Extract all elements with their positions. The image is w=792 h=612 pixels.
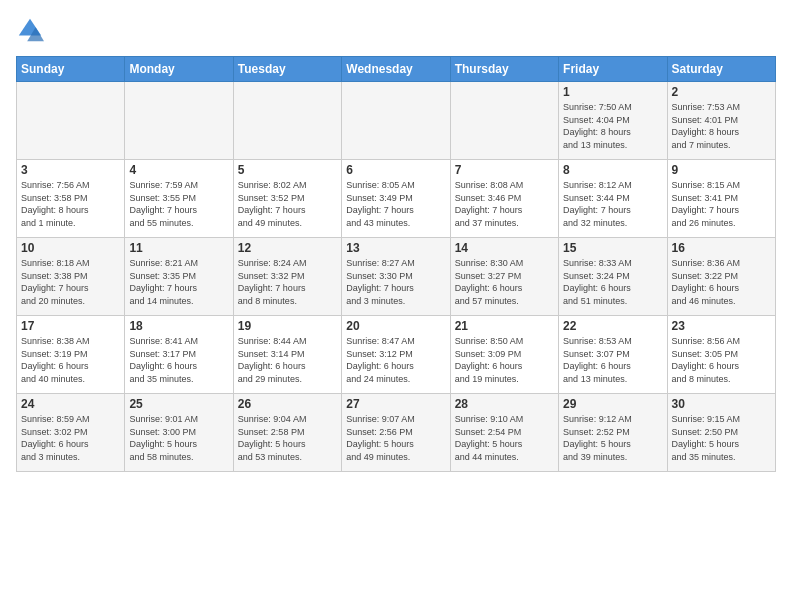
- day-cell: 7Sunrise: 8:08 AM Sunset: 3:46 PM Daylig…: [450, 160, 558, 238]
- day-number: 26: [238, 397, 337, 411]
- day-info: Sunrise: 9:15 AM Sunset: 2:50 PM Dayligh…: [672, 413, 771, 463]
- week-row-4: 17Sunrise: 8:38 AM Sunset: 3:19 PM Dayli…: [17, 316, 776, 394]
- day-cell: 22Sunrise: 8:53 AM Sunset: 3:07 PM Dayli…: [559, 316, 667, 394]
- day-cell: [450, 82, 558, 160]
- day-info: Sunrise: 7:50 AM Sunset: 4:04 PM Dayligh…: [563, 101, 662, 151]
- header: [16, 16, 776, 44]
- header-cell-saturday: Saturday: [667, 57, 775, 82]
- header-cell-friday: Friday: [559, 57, 667, 82]
- day-info: Sunrise: 7:53 AM Sunset: 4:01 PM Dayligh…: [672, 101, 771, 151]
- day-number: 16: [672, 241, 771, 255]
- day-number: 11: [129, 241, 228, 255]
- day-cell: 28Sunrise: 9:10 AM Sunset: 2:54 PM Dayli…: [450, 394, 558, 472]
- day-info: Sunrise: 9:10 AM Sunset: 2:54 PM Dayligh…: [455, 413, 554, 463]
- day-info: Sunrise: 8:44 AM Sunset: 3:14 PM Dayligh…: [238, 335, 337, 385]
- header-cell-monday: Monday: [125, 57, 233, 82]
- day-info: Sunrise: 8:38 AM Sunset: 3:19 PM Dayligh…: [21, 335, 120, 385]
- day-number: 22: [563, 319, 662, 333]
- day-cell: 20Sunrise: 8:47 AM Sunset: 3:12 PM Dayli…: [342, 316, 450, 394]
- header-cell-tuesday: Tuesday: [233, 57, 341, 82]
- day-number: 21: [455, 319, 554, 333]
- day-number: 19: [238, 319, 337, 333]
- header-cell-sunday: Sunday: [17, 57, 125, 82]
- day-info: Sunrise: 8:27 AM Sunset: 3:30 PM Dayligh…: [346, 257, 445, 307]
- day-info: Sunrise: 8:15 AM Sunset: 3:41 PM Dayligh…: [672, 179, 771, 229]
- day-info: Sunrise: 8:30 AM Sunset: 3:27 PM Dayligh…: [455, 257, 554, 307]
- day-info: Sunrise: 8:05 AM Sunset: 3:49 PM Dayligh…: [346, 179, 445, 229]
- day-info: Sunrise: 8:33 AM Sunset: 3:24 PM Dayligh…: [563, 257, 662, 307]
- day-number: 13: [346, 241, 445, 255]
- day-number: 12: [238, 241, 337, 255]
- day-cell: 4Sunrise: 7:59 AM Sunset: 3:55 PM Daylig…: [125, 160, 233, 238]
- day-number: 15: [563, 241, 662, 255]
- logo-icon: [16, 16, 44, 44]
- day-number: 28: [455, 397, 554, 411]
- day-cell: 1Sunrise: 7:50 AM Sunset: 4:04 PM Daylig…: [559, 82, 667, 160]
- day-number: 25: [129, 397, 228, 411]
- day-number: 30: [672, 397, 771, 411]
- day-number: 14: [455, 241, 554, 255]
- day-info: Sunrise: 9:12 AM Sunset: 2:52 PM Dayligh…: [563, 413, 662, 463]
- day-cell: 19Sunrise: 8:44 AM Sunset: 3:14 PM Dayli…: [233, 316, 341, 394]
- day-info: Sunrise: 9:07 AM Sunset: 2:56 PM Dayligh…: [346, 413, 445, 463]
- header-cell-thursday: Thursday: [450, 57, 558, 82]
- header-row: SundayMondayTuesdayWednesdayThursdayFrid…: [17, 57, 776, 82]
- day-info: Sunrise: 8:21 AM Sunset: 3:35 PM Dayligh…: [129, 257, 228, 307]
- day-number: 27: [346, 397, 445, 411]
- day-cell: 24Sunrise: 8:59 AM Sunset: 3:02 PM Dayli…: [17, 394, 125, 472]
- day-cell: 29Sunrise: 9:12 AM Sunset: 2:52 PM Dayli…: [559, 394, 667, 472]
- day-info: Sunrise: 8:02 AM Sunset: 3:52 PM Dayligh…: [238, 179, 337, 229]
- day-number: 18: [129, 319, 228, 333]
- day-cell: 27Sunrise: 9:07 AM Sunset: 2:56 PM Dayli…: [342, 394, 450, 472]
- week-row-1: 1Sunrise: 7:50 AM Sunset: 4:04 PM Daylig…: [17, 82, 776, 160]
- header-cell-wednesday: Wednesday: [342, 57, 450, 82]
- day-info: Sunrise: 8:08 AM Sunset: 3:46 PM Dayligh…: [455, 179, 554, 229]
- day-cell: 3Sunrise: 7:56 AM Sunset: 3:58 PM Daylig…: [17, 160, 125, 238]
- day-cell: 8Sunrise: 8:12 AM Sunset: 3:44 PM Daylig…: [559, 160, 667, 238]
- day-cell: 6Sunrise: 8:05 AM Sunset: 3:49 PM Daylig…: [342, 160, 450, 238]
- day-info: Sunrise: 8:36 AM Sunset: 3:22 PM Dayligh…: [672, 257, 771, 307]
- day-number: 29: [563, 397, 662, 411]
- day-cell: 26Sunrise: 9:04 AM Sunset: 2:58 PM Dayli…: [233, 394, 341, 472]
- day-cell: 17Sunrise: 8:38 AM Sunset: 3:19 PM Dayli…: [17, 316, 125, 394]
- day-cell: 2Sunrise: 7:53 AM Sunset: 4:01 PM Daylig…: [667, 82, 775, 160]
- logo: [16, 16, 48, 44]
- week-row-2: 3Sunrise: 7:56 AM Sunset: 3:58 PM Daylig…: [17, 160, 776, 238]
- week-row-3: 10Sunrise: 8:18 AM Sunset: 3:38 PM Dayli…: [17, 238, 776, 316]
- day-number: 20: [346, 319, 445, 333]
- day-cell: 18Sunrise: 8:41 AM Sunset: 3:17 PM Dayli…: [125, 316, 233, 394]
- day-number: 6: [346, 163, 445, 177]
- day-cell: [233, 82, 341, 160]
- day-cell: 12Sunrise: 8:24 AM Sunset: 3:32 PM Dayli…: [233, 238, 341, 316]
- day-info: Sunrise: 8:47 AM Sunset: 3:12 PM Dayligh…: [346, 335, 445, 385]
- day-number: 5: [238, 163, 337, 177]
- day-info: Sunrise: 7:56 AM Sunset: 3:58 PM Dayligh…: [21, 179, 120, 229]
- day-cell: [17, 82, 125, 160]
- day-cell: 25Sunrise: 9:01 AM Sunset: 3:00 PM Dayli…: [125, 394, 233, 472]
- day-cell: 15Sunrise: 8:33 AM Sunset: 3:24 PM Dayli…: [559, 238, 667, 316]
- day-number: 17: [21, 319, 120, 333]
- day-cell: 11Sunrise: 8:21 AM Sunset: 3:35 PM Dayli…: [125, 238, 233, 316]
- day-number: 7: [455, 163, 554, 177]
- day-number: 23: [672, 319, 771, 333]
- day-cell: 21Sunrise: 8:50 AM Sunset: 3:09 PM Dayli…: [450, 316, 558, 394]
- day-number: 9: [672, 163, 771, 177]
- day-info: Sunrise: 8:50 AM Sunset: 3:09 PM Dayligh…: [455, 335, 554, 385]
- day-info: Sunrise: 8:59 AM Sunset: 3:02 PM Dayligh…: [21, 413, 120, 463]
- day-info: Sunrise: 8:53 AM Sunset: 3:07 PM Dayligh…: [563, 335, 662, 385]
- calendar-table: SundayMondayTuesdayWednesdayThursdayFrid…: [16, 56, 776, 472]
- page: SundayMondayTuesdayWednesdayThursdayFrid…: [0, 0, 792, 484]
- day-cell: 14Sunrise: 8:30 AM Sunset: 3:27 PM Dayli…: [450, 238, 558, 316]
- day-info: Sunrise: 8:24 AM Sunset: 3:32 PM Dayligh…: [238, 257, 337, 307]
- day-number: 8: [563, 163, 662, 177]
- day-number: 4: [129, 163, 228, 177]
- day-info: Sunrise: 8:18 AM Sunset: 3:38 PM Dayligh…: [21, 257, 120, 307]
- week-row-5: 24Sunrise: 8:59 AM Sunset: 3:02 PM Dayli…: [17, 394, 776, 472]
- day-cell: 9Sunrise: 8:15 AM Sunset: 3:41 PM Daylig…: [667, 160, 775, 238]
- day-info: Sunrise: 8:56 AM Sunset: 3:05 PM Dayligh…: [672, 335, 771, 385]
- day-cell: [125, 82, 233, 160]
- day-cell: 5Sunrise: 8:02 AM Sunset: 3:52 PM Daylig…: [233, 160, 341, 238]
- day-number: 2: [672, 85, 771, 99]
- day-number: 10: [21, 241, 120, 255]
- day-info: Sunrise: 8:41 AM Sunset: 3:17 PM Dayligh…: [129, 335, 228, 385]
